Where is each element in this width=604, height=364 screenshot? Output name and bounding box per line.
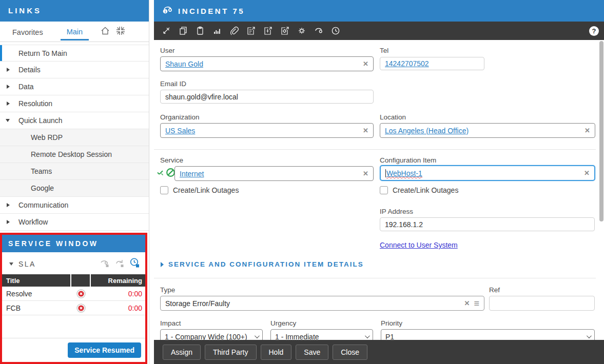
table-row[interactable]: FCB 0:00	[2, 301, 145, 315]
service-field[interactable]: Internet	[174, 166, 374, 181]
type-field[interactable]: Storage Error/Faulty	[160, 296, 484, 311]
links-nav: Return To Main Details Data Resolution Q…	[0, 45, 149, 231]
app-window: LINKS Favorites Main Return To Main	[0, 0, 604, 364]
sla-section-header[interactable]: SLA	[2, 252, 145, 274]
nav-item-web-rdp[interactable]: Web RDP	[0, 129, 149, 146]
hold-button[interactable]: Hold	[261, 345, 292, 360]
urgency-select[interactable]: 1 - Immediate	[270, 329, 373, 340]
incident-panel: i INCIDENT 75	[154, 0, 604, 364]
checkbox-label: Create/Link Outages	[173, 186, 239, 194]
tel-link[interactable]: 14242707502	[385, 59, 429, 68]
history-icon[interactable]	[328, 24, 343, 38]
service-link[interactable]: Internet	[180, 170, 204, 178]
location-label: Location	[380, 113, 406, 121]
nav-item-remote-desktop-session[interactable]: Remote Desktop Session	[0, 146, 149, 163]
ref-field[interactable]	[489, 296, 595, 311]
tab-icon-group	[100, 26, 126, 38]
service-status-icons	[157, 168, 176, 179]
urgency-label: Urgency	[270, 319, 296, 327]
home-icon[interactable]	[100, 26, 110, 38]
chevron-right-icon	[7, 68, 10, 72]
save-button[interactable]: Save	[296, 345, 328, 360]
organization-link[interactable]: US Sales	[165, 127, 195, 135]
settings-icon[interactable]	[295, 24, 309, 38]
call-paused-icon[interactable]	[100, 258, 110, 270]
browse-menu-icon[interactable]	[474, 299, 479, 308]
clear-icon[interactable]	[363, 60, 368, 68]
priority-select[interactable]: P1	[381, 329, 595, 340]
nav-item-google[interactable]: Google	[0, 180, 149, 197]
connect-to-user-system-link[interactable]: Connect to User System	[380, 241, 458, 249]
service-window-footer: Service Resumed	[2, 338, 145, 362]
breached-icon	[71, 304, 91, 313]
organization-field[interactable]: US Sales	[160, 123, 374, 138]
tab-favorites[interactable]: Favorites	[9, 23, 46, 41]
user-field[interactable]: Shaun Gold	[160, 56, 374, 71]
svg-text:i: i	[165, 9, 166, 14]
section-service-ci-details[interactable]: SERVICE AND CONFIGURATION ITEM DETAILS	[161, 260, 364, 268]
organization-label: Organization	[160, 113, 200, 121]
create-link-outages-checkbox[interactable]	[160, 186, 168, 194]
pin-icon[interactable]	[159, 24, 173, 38]
nav-item-communication[interactable]: Communication	[0, 197, 149, 214]
clear-icon[interactable]	[363, 170, 368, 177]
sla-table-header: Title Remaining	[2, 274, 145, 287]
vertical-scrollbar[interactable]	[599, 41, 603, 221]
document-export-icon[interactable]	[244, 24, 258, 38]
type-label: Type	[160, 286, 175, 294]
impact-label: Impact	[160, 319, 181, 327]
clear-icon[interactable]	[363, 127, 368, 134]
sla-icon-group	[100, 257, 140, 270]
service-resumed-button[interactable]: Service Resumed	[68, 342, 141, 358]
links-panel-title: LINKS	[0, 0, 149, 22]
pin-export-icon[interactable]	[261, 24, 275, 38]
nav-item-quick-launch[interactable]: Quick Launch	[0, 112, 149, 129]
close-button[interactable]: Close	[333, 345, 367, 360]
assign-button[interactable]: Assign	[163, 345, 201, 360]
clipboard-icon[interactable]	[193, 24, 207, 38]
divider	[154, 149, 596, 150]
configuration-item-link[interactable]: WebHost-1	[386, 169, 422, 177]
help-icon[interactable]	[589, 26, 599, 36]
config-outage-row: Create/Link Outages	[380, 186, 458, 194]
email-field[interactable]: shaun.gold@vfire.local	[160, 90, 374, 104]
service-clock-icon[interactable]	[129, 257, 140, 270]
ip-address-field[interactable]: 192.168.1.2	[380, 217, 595, 231]
third-party-button[interactable]: Third Party	[205, 345, 256, 360]
clear-icon[interactable]	[584, 127, 590, 134]
copy-icon[interactable]	[176, 24, 190, 38]
resume-icon[interactable]	[114, 258, 125, 270]
clear-icon[interactable]	[584, 169, 590, 177]
nav-item-teams[interactable]: Teams	[0, 163, 149, 180]
create-link-outages-checkbox[interactable]	[380, 186, 388, 194]
location-link[interactable]: Los Angeles (Head Office)	[385, 127, 469, 135]
impact-select[interactable]: 1 - Company Wide (100+)	[160, 329, 263, 340]
remaining-value: 0:00	[91, 290, 145, 298]
nav-item-data[interactable]: Data	[0, 78, 149, 95]
nav-item-workflow[interactable]: Workflow	[0, 214, 149, 231]
location-field[interactable]: Los Angeles (Head Office)	[380, 123, 595, 138]
nav-item-details[interactable]: Details	[0, 62, 149, 78]
chevron-down-icon	[587, 333, 592, 338]
service-window-panel: SERVICE WINDOW SLA	[0, 233, 147, 364]
tel-field[interactable]: 14242707502	[380, 57, 484, 70]
chevron-right-icon	[161, 262, 164, 267]
tab-main[interactable]: Main	[61, 23, 89, 41]
email-label: Email ID	[160, 80, 186, 88]
chevron-right-icon	[7, 203, 10, 207]
attachment-icon[interactable]	[227, 24, 241, 38]
user-link[interactable]: Shaun Gold	[165, 60, 203, 68]
chart-icon[interactable]	[210, 24, 224, 38]
collapse-icon[interactable]	[115, 26, 126, 38]
nav-item-resolution[interactable]: Resolution	[0, 95, 149, 112]
configuration-item-field[interactable]: WebHost-1	[380, 165, 595, 181]
chevron-down-icon	[9, 262, 13, 266]
configuration-item-label: Configuration Item	[380, 156, 436, 164]
clear-icon[interactable]	[464, 299, 470, 307]
breached-icon	[71, 289, 91, 298]
ip-address-label: IP Address	[380, 208, 413, 215]
nav-item-return-to-main[interactable]: Return To Main	[0, 45, 149, 62]
settings-export-icon[interactable]	[278, 24, 292, 38]
table-row[interactable]: Resolve 0:00	[2, 287, 145, 301]
call-icon[interactable]	[311, 24, 326, 38]
